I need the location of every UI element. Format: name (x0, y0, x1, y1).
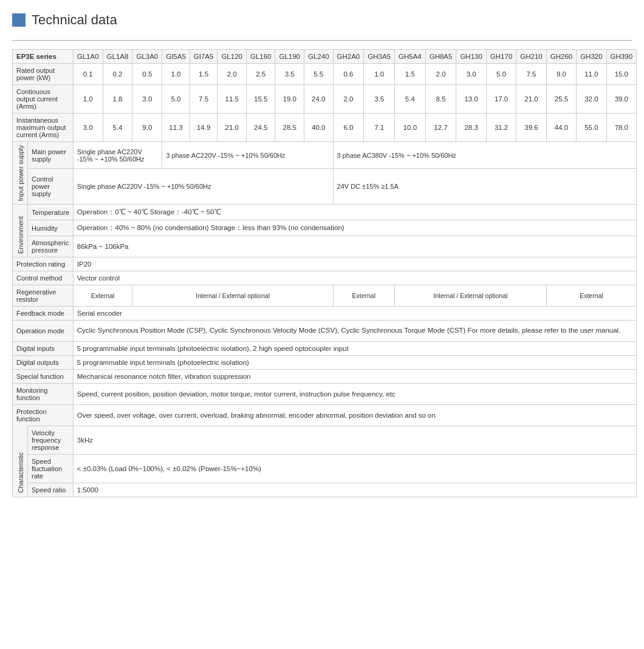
special-function-label: Special function (13, 369, 74, 383)
continuous-output-label: Continuous output current (Arms) (13, 85, 74, 114)
feedback-value: Serial encoder (73, 307, 636, 321)
main-power-col1: Single phase AC220V -15% ~ +10% 50/60Hz (73, 142, 162, 169)
table-row-velocity-freq: Characteristic Velocity frequency respon… (13, 426, 637, 454)
speed-ratio-value: 1:5000 (73, 483, 636, 497)
model-gh260: GH260 (546, 50, 576, 64)
model-gh320: GH320 (577, 50, 606, 64)
table-row-protection-function: Protection function Over speed, over vol… (13, 404, 637, 426)
regen-col5: External (546, 285, 636, 307)
model-gh8a5: GH8A5 (425, 50, 456, 64)
table-row: Continuous output current (Arms) 1.0 1.8… (13, 85, 637, 114)
model-gl3a0: GL3A0 (132, 50, 162, 64)
table-row-special-function: Special function Mechanical resonance no… (13, 369, 637, 383)
protection-rating-value: IP20 (73, 257, 636, 271)
operation-mode-value: Cyclic Synchronous Position Mode (CSP), … (73, 321, 636, 341)
instantaneous-label: Instantaneous maximum output current (Ar… (13, 114, 74, 142)
operation-mode-label: Operation mode (13, 321, 74, 341)
table-row-speed-fluctuation: Speed fluctuation rate < ±0.03% (Load 0%… (13, 454, 637, 483)
model-gh390: GH390 (606, 50, 636, 64)
temperature-value: Operation：0℃ ~ 40℃ Storage：-40℃ ~ 50℃ (73, 205, 636, 220)
digital-inputs-value: 5 programmable input terminals (photoele… (73, 341, 636, 355)
regenerative-label: Regenerative resistor (13, 285, 74, 307)
title-icon (12, 13, 26, 27)
main-power-col2: 3 phase AC220V -15% ~ +10% 50/60Hz (162, 142, 333, 169)
model-gh130: GH130 (456, 50, 486, 64)
table-row-feedback: Feedback mode Serial encoder (13, 307, 637, 321)
table-header-row: EP3E series GL1A0 GL1A8 GL3A0 GI5A5 GI7A… (13, 50, 637, 64)
series-label: EP3E series (13, 50, 74, 64)
characteristic-section-label: Characteristic (13, 426, 28, 497)
model-gl160: GL160 (246, 50, 275, 64)
model-gh170: GH170 (486, 50, 516, 64)
main-power-label: Main power supply (28, 142, 74, 169)
model-gi7a5: GI7A5 (190, 50, 218, 64)
monitoring-value: Speed, current position, position deviat… (73, 383, 636, 404)
control-method-label: Control method (13, 271, 74, 285)
control-power-col2: 24V DC ±15% ≥1.5A (333, 169, 637, 205)
digital-outputs-label: Digital outputs (13, 355, 74, 369)
protection-function-label: Protection function (13, 404, 74, 426)
table-row-digital-inputs: Digital inputs 5 programmable input term… (13, 341, 637, 355)
feedback-label: Feedback mode (13, 307, 74, 321)
protection-rating-label: Protection rating (13, 257, 74, 271)
humidity-label: Humidity (28, 220, 74, 236)
environment-section-label: Environment (13, 205, 28, 257)
speed-fluctuation-value: < ±0.03% (Load 0%~100%), < ±0.02% (Power… (73, 454, 636, 483)
table-row-speed-ratio: Speed ratio 1:5000 (13, 483, 637, 497)
main-power-col3: 3 phase AC380V -15% ~ +10% 50/60Hz (333, 142, 637, 169)
model-gh210: GH210 (516, 50, 546, 64)
speed-fluctuation-label: Speed fluctuation rate (28, 454, 74, 483)
model-gh5a4: GH5A4 (394, 50, 425, 64)
control-power-label: Control power supply (28, 169, 74, 205)
humidity-value: Operation：40% ~ 80% (no condensation) St… (73, 220, 636, 236)
monitoring-label: Monitoring function (13, 383, 74, 404)
table-row-control-method: Control method Vector control (13, 271, 637, 285)
table-row-atmospheric: Atmospheric pressure 86kPa ~ 106kPa (13, 236, 637, 257)
table-row-digital-outputs: Digital outputs 5 programmable input ter… (13, 355, 637, 369)
speed-ratio-label: Speed ratio (28, 483, 74, 497)
table-row-humidity: Humidity Operation：40% ~ 80% (no condens… (13, 220, 637, 236)
technical-data-table: EP3E series GL1A0 GL1A8 GL3A0 GI5A5 GI7A… (12, 49, 637, 497)
model-gh2a0: GH2A0 (333, 50, 364, 64)
model-gl120: GL120 (218, 50, 247, 64)
atmospheric-value: 86kPa ~ 106kPa (73, 236, 636, 257)
model-gl190: GL190 (275, 50, 304, 64)
regen-col1: External (73, 285, 132, 307)
table-row: Instantaneous maximum output current (Ar… (13, 114, 637, 142)
control-method-value: Vector control (73, 271, 636, 285)
table-row-monitoring: Monitoring function Speed, current posit… (13, 383, 637, 404)
table-row-control-power: Control power supply Single phase AC220V… (13, 169, 637, 205)
model-gl1a0: GL1A0 (73, 50, 103, 64)
atmospheric-label: Atmospheric pressure (28, 236, 74, 257)
digital-inputs-label: Digital inputs (13, 341, 74, 355)
input-power-section-label: Input power supply (13, 142, 28, 205)
table-row-operation-mode: Operation mode Cyclic Synchronous Positi… (13, 321, 637, 341)
special-function-value: Mechanical resonance notch filter, vibra… (73, 369, 636, 383)
model-gi5a5: GI5A5 (162, 50, 190, 64)
regen-col2: Internal / External optional (132, 285, 333, 307)
regen-col4: Internal / External optional (394, 285, 546, 307)
rated-output-label: Rated output power (kW) (13, 64, 74, 85)
velocity-freq-label: Velocity frequency response (28, 426, 74, 454)
table-row: Rated output power (kW) 0.1 0.2 0.5 1.0 … (13, 64, 637, 85)
digital-outputs-value: 5 programmable input terminals (photoele… (73, 355, 636, 369)
control-power-col1: Single phase AC220V -15% ~ +10% 50/60Hz (73, 169, 333, 205)
table-row-main-power: Input power supply Main power supply Sin… (13, 142, 637, 169)
temperature-label: Temperature (28, 205, 74, 220)
model-gh3a5: GH3A5 (364, 50, 395, 64)
table-row-temperature: Environment Temperature Operation：0℃ ~ 4… (13, 205, 637, 220)
model-gl1a8: GL1A8 (103, 50, 132, 64)
model-gl240: GL240 (304, 50, 334, 64)
velocity-freq-value: 3kHz (73, 426, 636, 454)
page-title: Technical data (12, 12, 632, 28)
protection-function-value: Over speed, over voltage, over current, … (73, 404, 636, 426)
table-row-regenerative: Regenerative resistor External Internal … (13, 285, 637, 307)
regen-col3: External (333, 285, 394, 307)
table-row-protection-rating: Protection rating IP20 (13, 257, 637, 271)
